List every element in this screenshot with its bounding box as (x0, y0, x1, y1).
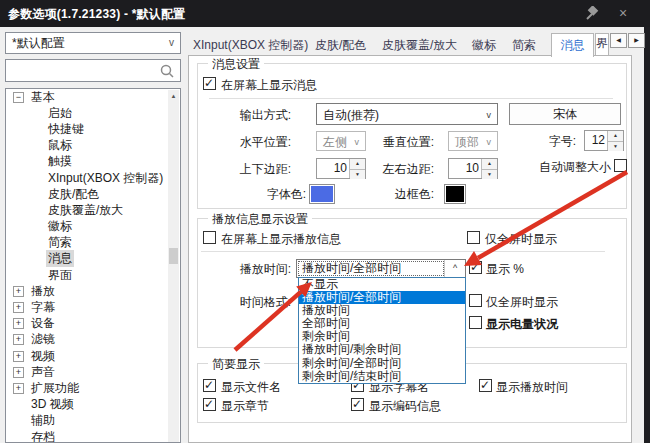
window-border (644, 27, 650, 443)
vpos-select[interactable]: 顶部 v (448, 131, 498, 151)
expand-icon[interactable]: + (13, 334, 24, 345)
spin-down-icon[interactable]: ▼ (482, 169, 497, 180)
pin-icon[interactable] (583, 6, 599, 22)
fontsize-stepper[interactable]: 12 ▲▼ (584, 130, 624, 151)
tree-item-xinput[interactable]: XInput(XBOX 控制器) (6, 170, 180, 186)
dropdown-item[interactable]: 不显示 (299, 278, 465, 291)
tab-skin[interactable]: 皮肤/配色 (315, 36, 366, 54)
timeformat-label: 时间格式: (219, 294, 291, 311)
playtime-dropdown-list: 不显示 播放时间/全部时间 播放时间 全部时间 剩余时间 播放时间/剩余时间 剩… (298, 277, 466, 384)
spin-down-icon[interactable]: ▼ (608, 141, 623, 152)
expand-icon[interactable]: + (13, 383, 24, 394)
tree-item-touch[interactable]: 触摸 (6, 154, 180, 170)
dropdown-item[interactable]: 剩余时间/结束时间 (299, 370, 465, 383)
tree-item-message[interactable]: 消息 (6, 251, 180, 267)
arrow-right-icon: ▶ (634, 37, 639, 43)
chevron-down-icon: v (487, 132, 492, 152)
checkbox-show-message-on-screen[interactable] (203, 77, 216, 90)
dropdown-item[interactable]: 播放时间/剩余时间 (299, 343, 465, 356)
autosize-label: 自动调整大小 (523, 159, 611, 176)
checkbox-autosize[interactable] (614, 159, 627, 172)
tab-skin-overlay[interactable]: 皮肤覆盖/放大 (382, 36, 457, 54)
dropdown-item[interactable]: 剩余时间/全部时间 (299, 357, 465, 370)
scroll-up-icon[interactable]: ▲ (168, 90, 179, 102)
expand-icon[interactable]: + (13, 318, 24, 329)
checkbox-show-filename[interactable] (203, 379, 216, 392)
tree-item-hotkeys[interactable]: 快捷键 (6, 121, 180, 137)
tree-item-video[interactable]: +视频 (6, 348, 180, 364)
spin-up-icon[interactable]: ▲ (482, 159, 497, 169)
tree-item-playback[interactable]: +播放 (6, 283, 180, 299)
tree-item-skin[interactable]: 皮肤/配色 (6, 186, 180, 202)
hpos-label: 水平位置: (209, 134, 291, 151)
fontcolor-label: 字体色: (224, 186, 306, 203)
checkbox-show-battery[interactable] (469, 316, 482, 329)
group-title: 播放信息显示设置 (208, 211, 312, 228)
tree-item-extensions[interactable]: +扩展功能 (6, 380, 180, 396)
bordercolor-label: 边框色: (352, 186, 434, 203)
tree-item-subtitles[interactable]: +字幕 (6, 299, 180, 315)
tree-item-3d-video[interactable]: 3D 视频 (6, 397, 180, 413)
search-input[interactable] (5, 59, 181, 82)
checkbox-show-codec-info[interactable] (351, 398, 364, 411)
dropdown-item[interactable]: 全部时间 (299, 317, 465, 330)
chevron-up-icon[interactable]: ^ (444, 260, 465, 277)
expand-icon[interactable]: + (13, 302, 24, 313)
tab-logo[interactable]: 徽标 (472, 36, 496, 54)
checkbox-label: 显示播放时间 (496, 379, 568, 396)
tree-item-start[interactable]: 启始 (6, 105, 180, 121)
collapse-icon[interactable]: − (13, 92, 24, 103)
tab-xinput[interactable]: XInput(XBOX 控制器) (193, 36, 308, 54)
checkbox-fullscreen-only-top[interactable] (467, 231, 480, 244)
tree-item-assist[interactable]: 辅助 (6, 413, 180, 429)
checkbox-show-chapter[interactable] (203, 398, 216, 411)
tree-item-index[interactable]: 简索 (6, 235, 180, 251)
tree-item-skin-overlay[interactable]: 皮肤覆盖/放大 (6, 202, 180, 218)
dropdown-item-selected[interactable]: 播放时间/全部时间 (299, 291, 465, 304)
checkbox-show-playinfo-on-screen[interactable] (203, 231, 216, 244)
hmargin-stepper[interactable]: 10 ▲▼ (448, 158, 498, 179)
tree-item-audio[interactable]: +声音 (6, 364, 180, 380)
arrow-left-icon: ◀ (616, 37, 621, 43)
tree-item-devices[interactable]: +设备 (6, 316, 180, 332)
tree-item-filters[interactable]: +滤镜 (6, 332, 180, 348)
tree-item-archive[interactable]: 存档 (6, 429, 180, 443)
scrollbar-thumb[interactable] (169, 248, 178, 264)
output-mode-label: 输出方式: (209, 107, 291, 124)
checkbox-label: 仅全屏时显示 (486, 294, 558, 311)
checkbox-label: 仅全屏时显示 (485, 231, 557, 248)
tab-index[interactable]: 简索 (512, 36, 536, 54)
spin-up-icon[interactable]: ▲ (608, 131, 623, 141)
tab-interface-clipped[interactable]: 界面 (595, 33, 609, 56)
tree-item-interface[interactable]: 界面 (6, 267, 180, 283)
tab-scroll-left-button[interactable]: ◀ (610, 33, 627, 48)
divider (209, 98, 613, 99)
window-title: 参数选项(1.7.21233) - *默认配置 (8, 6, 185, 23)
playtime-combobox[interactable]: 播放时间/全部时间 ^ (296, 259, 466, 278)
expand-icon[interactable]: + (13, 367, 24, 378)
expand-icon[interactable]: + (13, 351, 24, 362)
group-title: 消息设置 (208, 56, 264, 73)
profile-select[interactable]: *默认配置 v (5, 32, 181, 54)
checkbox-label: 在屏幕上显示消息 (221, 77, 317, 94)
expand-icon[interactable]: + (13, 286, 24, 297)
checkbox-label: 显示电量状况 (486, 316, 558, 333)
tree-scrollbar[interactable]: ▲ (168, 90, 179, 442)
bordercolor-swatch[interactable] (444, 184, 466, 204)
tab-scroll-right-button[interactable]: ▶ (628, 33, 645, 48)
checkbox-fullscreen-only-mid[interactable] (469, 294, 482, 307)
checkbox-show-percent[interactable] (469, 261, 482, 274)
tree-item-logo[interactable]: 徽标 (6, 219, 180, 235)
dropdown-item[interactable]: 播放时间 (299, 304, 465, 317)
fontcolor-swatch[interactable] (309, 184, 335, 204)
dropdown-item[interactable]: 剩余时间 (299, 330, 465, 343)
playtime-label: 播放时间: (219, 261, 291, 278)
close-icon[interactable]: × (619, 5, 627, 21)
tab-message[interactable]: 消息 (551, 33, 594, 57)
checkbox-show-playtime[interactable] (479, 379, 492, 392)
tree-item-basic[interactable]: −基本 (6, 89, 180, 105)
font-button[interactable]: 宋体 (509, 103, 621, 125)
tree-item-mouse[interactable]: 鼠标 (6, 138, 180, 154)
checkbox-label: 显示章节 (221, 398, 269, 415)
output-mode-select[interactable]: 自动(推荐) v (316, 103, 498, 125)
